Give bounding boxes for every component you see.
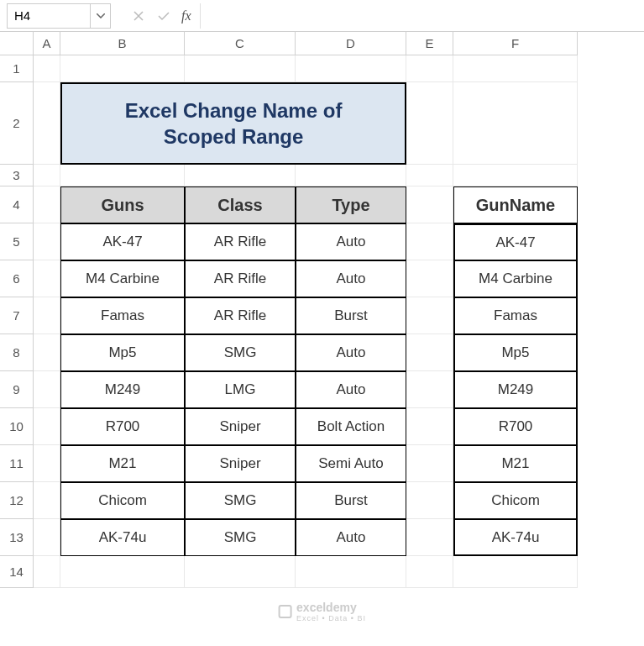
- name-box[interactable]: H4: [7, 3, 91, 29]
- cell-F11[interactable]: M21: [453, 445, 578, 482]
- cell-B1[interactable]: [60, 55, 185, 82]
- cell-C14[interactable]: [185, 556, 296, 588]
- cell-D13[interactable]: Auto: [296, 519, 406, 556]
- col-header-A[interactable]: A: [34, 32, 60, 55]
- cell-E13[interactable]: [406, 519, 453, 556]
- cell-B5[interactable]: AK-47: [60, 223, 185, 260]
- col-header-B[interactable]: B: [60, 32, 185, 55]
- cell-E8[interactable]: [406, 334, 453, 371]
- cell-D6[interactable]: Auto: [296, 260, 406, 297]
- cell-F5[interactable]: AK-47: [453, 223, 578, 260]
- cell-A5[interactable]: [34, 223, 60, 260]
- cell-D4[interactable]: Type: [296, 186, 406, 223]
- cell-F14[interactable]: [453, 556, 578, 588]
- cell-B13[interactable]: AK-74u: [60, 519, 185, 556]
- cell-C9[interactable]: LMG: [185, 371, 296, 408]
- cell-F1[interactable]: [453, 55, 578, 82]
- cell-A4[interactable]: [34, 186, 60, 223]
- cell-A1[interactable]: [34, 55, 60, 82]
- cell-D5[interactable]: Auto: [296, 223, 406, 260]
- cell-D11[interactable]: Semi Auto: [296, 445, 406, 482]
- row-header-2[interactable]: 2: [0, 82, 34, 165]
- cell-B11[interactable]: M21: [60, 445, 185, 482]
- row-header-3[interactable]: 3: [0, 165, 34, 186]
- row-header-4[interactable]: 4: [0, 186, 34, 223]
- row-header-12[interactable]: 12: [0, 482, 34, 519]
- cell-F7[interactable]: Famas: [453, 297, 578, 334]
- cell-E4[interactable]: [406, 186, 453, 223]
- cell-C13[interactable]: SMG: [185, 519, 296, 556]
- cell-A13[interactable]: [34, 519, 60, 556]
- cell-B9[interactable]: M249: [60, 371, 185, 408]
- cell-D10[interactable]: Bolt Action: [296, 408, 406, 445]
- cell-A12[interactable]: [34, 482, 60, 519]
- cell-C5[interactable]: AR Rifle: [185, 223, 296, 260]
- col-header-F[interactable]: F: [453, 32, 578, 55]
- row-header-11[interactable]: 11: [0, 445, 34, 482]
- row-header-6[interactable]: 6: [0, 260, 34, 297]
- row-header-14[interactable]: 14: [0, 556, 34, 588]
- row-header-8[interactable]: 8: [0, 334, 34, 371]
- cell-D9[interactable]: Auto: [296, 371, 406, 408]
- cell-D8[interactable]: Auto: [296, 334, 406, 371]
- cell-E1[interactable]: [406, 55, 453, 82]
- cell-A14[interactable]: [34, 556, 60, 588]
- cell-D14[interactable]: [296, 556, 406, 588]
- cell-F8[interactable]: Mp5: [453, 334, 578, 371]
- cell-F3[interactable]: [453, 165, 578, 186]
- cell-F10[interactable]: R700: [453, 408, 578, 445]
- cell-B14[interactable]: [60, 556, 185, 588]
- cell-A9[interactable]: [34, 371, 60, 408]
- cell-E7[interactable]: [406, 297, 453, 334]
- cell-A7[interactable]: [34, 297, 60, 334]
- fx-label[interactable]: fx: [176, 8, 196, 24]
- cell-F4[interactable]: GunName: [453, 186, 578, 223]
- col-header-E[interactable]: E: [406, 32, 453, 55]
- cell-C7[interactable]: AR Rifle: [185, 297, 296, 334]
- cell-B12[interactable]: Chicom: [60, 482, 185, 519]
- cell-F9[interactable]: M249: [453, 371, 578, 408]
- row-header-10[interactable]: 10: [0, 408, 34, 445]
- cell-C4[interactable]: Class: [185, 186, 296, 223]
- cell-D12[interactable]: Burst: [296, 482, 406, 519]
- cell-C12[interactable]: SMG: [185, 482, 296, 519]
- cell-A6[interactable]: [34, 260, 60, 297]
- cell-F12[interactable]: Chicom: [453, 482, 578, 519]
- cell-E14[interactable]: [406, 556, 453, 588]
- cell-B6[interactable]: M4 Carbine: [60, 260, 185, 297]
- select-all-corner[interactable]: [0, 32, 34, 55]
- cell-D1[interactable]: [296, 55, 406, 82]
- col-header-D[interactable]: D: [296, 32, 406, 55]
- cell-A3[interactable]: [34, 165, 60, 186]
- cell-B3[interactable]: [60, 165, 185, 186]
- cell-B4[interactable]: Guns: [60, 186, 185, 223]
- cell-F6[interactable]: M4 Carbine: [453, 260, 578, 297]
- cell-B8[interactable]: Mp5: [60, 334, 185, 371]
- cell-C3[interactable]: [185, 165, 296, 186]
- cell-A2[interactable]: [34, 82, 60, 165]
- cell-E6[interactable]: [406, 260, 453, 297]
- cell-C10[interactable]: Sniper: [185, 408, 296, 445]
- name-box-dropdown[interactable]: [91, 3, 111, 29]
- cell-E5[interactable]: [406, 223, 453, 260]
- cell-F13[interactable]: AK-74u: [453, 519, 578, 556]
- row-header-7[interactable]: 7: [0, 297, 34, 334]
- cell-A11[interactable]: [34, 445, 60, 482]
- cell-E9[interactable]: [406, 371, 453, 408]
- cell-A10[interactable]: [34, 408, 60, 445]
- row-header-9[interactable]: 9: [0, 371, 34, 408]
- formula-input[interactable]: [200, 3, 644, 29]
- cell-D3[interactable]: [296, 165, 406, 186]
- row-header-5[interactable]: 5: [0, 223, 34, 260]
- cell-C6[interactable]: AR Rifle: [185, 260, 296, 297]
- cell-E10[interactable]: [406, 408, 453, 445]
- cell-E12[interactable]: [406, 482, 453, 519]
- cell-A8[interactable]: [34, 334, 60, 371]
- col-header-C[interactable]: C: [185, 32, 296, 55]
- cell-C1[interactable]: [185, 55, 296, 82]
- cell-C11[interactable]: Sniper: [185, 445, 296, 482]
- cell-F2[interactable]: [453, 82, 578, 165]
- cell-E3[interactable]: [406, 165, 453, 186]
- row-header-13[interactable]: 13: [0, 519, 34, 556]
- cell-B7[interactable]: Famas: [60, 297, 185, 334]
